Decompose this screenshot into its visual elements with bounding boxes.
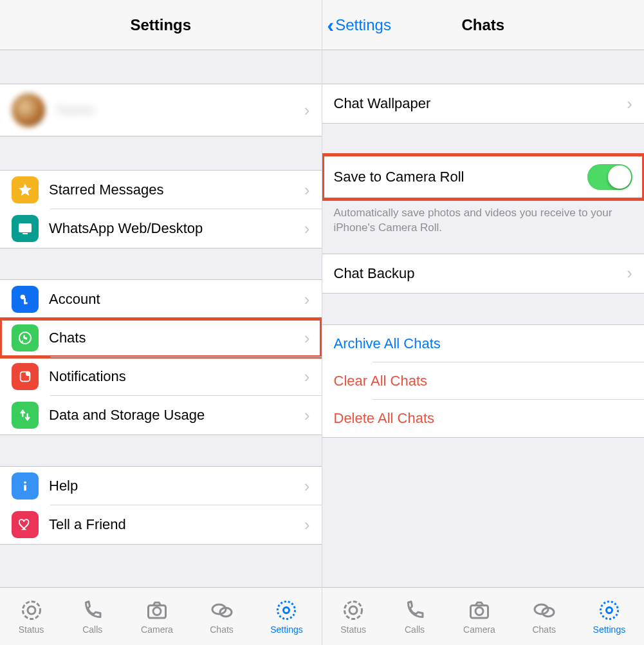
notifications-label: Notifications (49, 368, 304, 385)
heart-icon (12, 511, 39, 538)
settings-content: Name › Starred Messages › Whats (0, 50, 322, 645)
profile-row[interactable]: Name › (0, 84, 322, 136)
starred-web-group: Starred Messages › WhatsApp Web/Desktop … (0, 170, 322, 248)
notifications-icon (12, 363, 39, 390)
chats-settings-screen: ‹ Settings Chats Chat Wallpaper › Save t… (322, 0, 645, 645)
save-camera-roll-label: Save to Camera Roll (334, 169, 588, 185)
chat-backup-label: Chat Backup (334, 265, 627, 282)
delete-all-label: Delete All Chats (334, 410, 435, 427)
clear-all-row[interactable]: Clear All Chats (322, 362, 645, 400)
svg-point-20 (349, 606, 357, 614)
tab-camera-label: Camera (463, 624, 495, 635)
tab-settings-label: Settings (270, 624, 303, 635)
bulk-actions-group: Archive All Chats Clear All Chats Delete… (322, 324, 645, 438)
tab-calls[interactable]: Calls (403, 599, 427, 635)
tab-chats-label: Chats (532, 624, 556, 635)
svg-point-18 (278, 601, 295, 619)
archive-all-label: Archive All Chats (334, 335, 441, 352)
svg-rect-10 (24, 485, 26, 491)
starred-messages-row[interactable]: Starred Messages › (0, 171, 322, 209)
svg-point-26 (600, 601, 618, 619)
account-group: Account › Chats › Notifications › (0, 279, 322, 435)
data-usage-label: Data and Storage Usage (49, 407, 304, 424)
data-usage-icon (12, 402, 39, 429)
svg-rect-5 (24, 303, 28, 304)
tab-calls-label: Calls (82, 624, 102, 635)
chats-row[interactable]: Chats › (0, 319, 322, 357)
account-row[interactable]: Account › (0, 280, 322, 319)
chat-backup-row[interactable]: Chat Backup › (322, 254, 645, 293)
tab-settings[interactable]: Settings (270, 599, 303, 635)
chats-label: Chats (49, 330, 304, 346)
tab-settings[interactable]: Settings (593, 599, 626, 635)
back-button[interactable]: ‹ Settings (327, 0, 391, 50)
tell-friend-label: Tell a Friend (49, 516, 304, 533)
wallpaper-group: Chat Wallpaper › (322, 84, 645, 124)
tab-status[interactable]: Status (340, 599, 366, 635)
notifications-row[interactable]: Notifications › (0, 357, 322, 396)
svg-point-17 (284, 607, 290, 613)
account-label: Account (49, 291, 304, 308)
tab-calls[interactable]: Calls (81, 599, 104, 635)
whatsapp-web-row[interactable]: WhatsApp Web/Desktop › (0, 209, 322, 248)
save-camera-roll-footer: Automatically save photos and videos you… (322, 200, 645, 236)
tell-friend-row[interactable]: Tell a Friend › (0, 505, 322, 544)
help-label: Help (49, 478, 304, 494)
svg-point-22 (475, 607, 483, 615)
chevron-right-icon: › (304, 367, 310, 387)
chevron-right-icon: › (304, 476, 310, 496)
data-usage-row[interactable]: Data and Storage Usage › (0, 396, 322, 435)
clear-all-label: Clear All Chats (334, 373, 428, 389)
svg-rect-1 (19, 224, 31, 232)
delete-all-row[interactable]: Delete All Chats (322, 400, 645, 437)
help-row[interactable]: Help › (0, 467, 322, 505)
tab-chats-label: Chats (210, 624, 234, 635)
archive-all-row[interactable]: Archive All Chats (322, 325, 645, 362)
svg-point-23 (535, 604, 548, 614)
save-camera-roll-toggle[interactable] (587, 164, 632, 190)
chevron-right-icon: › (304, 290, 310, 310)
svg-point-15 (212, 604, 226, 614)
svg-point-12 (28, 606, 35, 614)
svg-point-14 (153, 607, 161, 615)
profile-avatar (12, 93, 45, 127)
svg-rect-2 (23, 233, 28, 234)
nav-bar: Settings (0, 0, 322, 50)
nav-title: Chats (461, 16, 504, 34)
backup-group: Chat Backup › (322, 254, 645, 294)
tab-chats[interactable]: Chats (210, 599, 234, 635)
tab-bar: Status Calls Camera Chats Settings (322, 587, 645, 645)
chats-settings-content: Chat Wallpaper › Save to Camera Roll Aut… (322, 50, 645, 645)
settings-screen: Settings Name › Starred Messages › (0, 0, 322, 645)
chevron-right-icon: › (304, 100, 310, 120)
tab-bar: Status Calls Camera Chats Settings (0, 587, 322, 645)
svg-point-9 (24, 481, 26, 484)
svg-point-8 (26, 371, 30, 376)
chevron-right-icon: › (304, 180, 310, 200)
profile-group: Name › (0, 84, 322, 136)
help-group: Help › Tell a Friend › (0, 466, 322, 545)
chevron-right-icon: › (304, 328, 310, 348)
chat-wallpaper-row[interactable]: Chat Wallpaper › (322, 84, 645, 123)
chevron-right-icon: › (304, 219, 310, 239)
desktop-icon (12, 215, 39, 242)
chat-wallpaper-label: Chat Wallpaper (334, 95, 627, 112)
svg-marker-0 (19, 183, 32, 196)
tab-chats[interactable]: Chats (532, 599, 556, 635)
svg-point-11 (23, 601, 40, 619)
chevron-left-icon: ‹ (327, 15, 335, 35)
nav-bar: ‹ Settings Chats (322, 0, 645, 50)
chevron-right-icon: › (627, 263, 632, 283)
star-icon (12, 176, 39, 203)
chevron-right-icon: › (627, 94, 632, 114)
back-label: Settings (335, 16, 391, 34)
svg-point-19 (345, 601, 362, 619)
tab-camera-label: Camera (141, 624, 173, 635)
tab-camera[interactable]: Camera (463, 599, 495, 635)
starred-messages-label: Starred Messages (49, 182, 304, 198)
tab-camera[interactable]: Camera (141, 599, 173, 635)
info-icon (12, 472, 39, 500)
save-camera-roll-row[interactable]: Save to Camera Roll (322, 155, 645, 199)
tab-status[interactable]: Status (19, 599, 44, 635)
key-icon (12, 286, 39, 313)
